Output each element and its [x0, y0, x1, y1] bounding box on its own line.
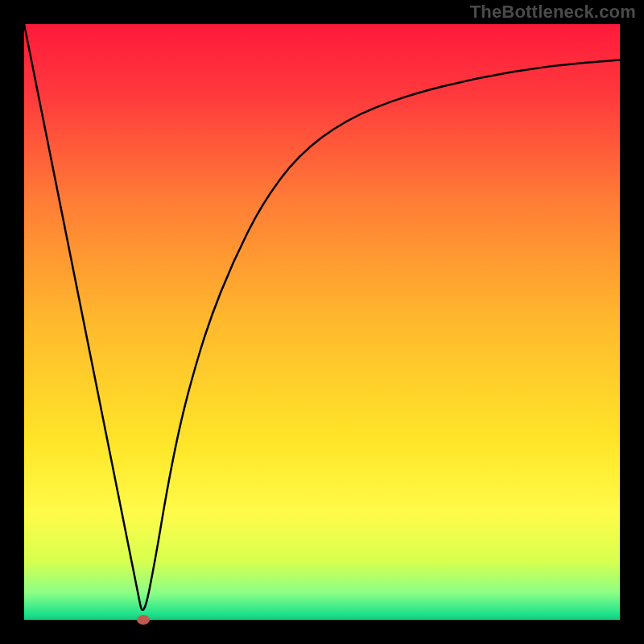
- watermark-text: TheBottleneck.com: [470, 2, 636, 23]
- bottleneck-chart: [0, 0, 644, 644]
- chart-stage: TheBottleneck.com: [0, 0, 644, 644]
- minimum-marker: [137, 615, 150, 625]
- plot-background: [24, 24, 620, 620]
